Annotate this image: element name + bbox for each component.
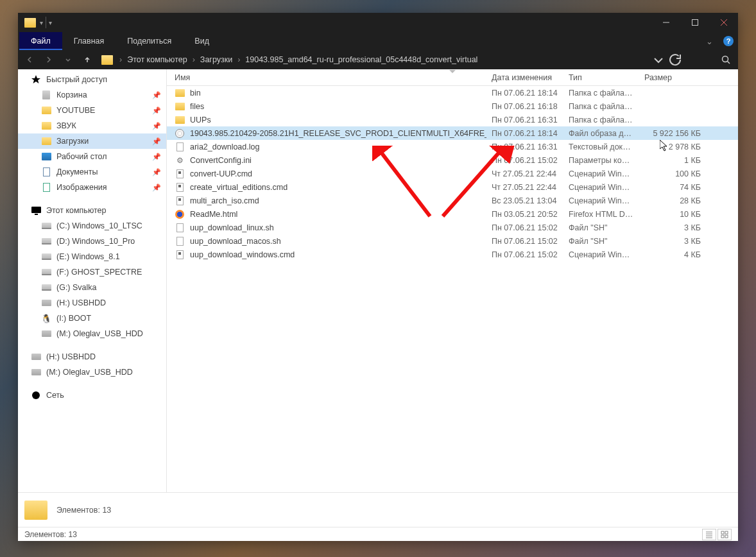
search-box[interactable] <box>684 51 735 68</box>
sidebar-item-icon: 🐧 <box>41 313 51 323</box>
file-date: Пн 07.06.21 16:18 <box>486 102 563 111</box>
minimize-button[interactable] <box>651 13 680 32</box>
help-button[interactable]: ? <box>719 32 738 50</box>
ribbon-tabs: Файл Главная Поделиться Вид ⌄ ? <box>18 32 738 50</box>
sidebar-item-label: (M:) Oleglav_USB_HDD <box>46 368 133 377</box>
sidebar-item-icon <box>31 352 41 362</box>
sidebar-item-icon <box>31 390 41 400</box>
file-row[interactable]: uup_download_linux.sh Пн 07.06.21 15:02 … <box>167 221 738 234</box>
sidebar-item[interactable]: (D:) Windows_10_Pro <box>18 234 166 249</box>
sidebar-item-icon <box>41 121 51 131</box>
nav-up-button[interactable] <box>78 51 96 68</box>
nav-recent-dropdown[interactable] <box>59 51 77 68</box>
maximize-button[interactable] <box>680 13 709 32</box>
sidebar-item[interactable]: (G:) Svalka <box>18 280 166 295</box>
sidebar-item[interactable]: (H:) USBHDD <box>18 295 166 311</box>
breadcrumb-bar[interactable]: › Этот компьютер › Загрузки › 19043.985_… <box>98 55 649 65</box>
column-header-size[interactable]: Размер <box>639 69 710 85</box>
file-row[interactable]: ⚙ConvertConfig.ini Пн 07.06.21 15:02 Пар… <box>167 153 738 167</box>
file-row[interactable]: uup_download_windows.cmd Пн 07.06.21 15:… <box>167 248 738 261</box>
sidebar-item[interactable]: (M:) Oleglav_USB_HDD <box>18 364 166 380</box>
address-bar: › Этот компьютер › Загрузки › 19043.985_… <box>18 50 738 69</box>
navigation-pane[interactable]: Быстрый доступКорзина📌YOUTUBE📌ЗВУК📌Загру… <box>18 69 167 492</box>
file-row[interactable]: multi_arch_iso.cmd Вс 23.05.21 13:04 Сце… <box>167 194 738 207</box>
status-bar: Элементов: 13 <box>18 527 738 541</box>
file-row[interactable]: uup_download_macos.sh Пн 07.06.21 15:02 … <box>167 234 738 248</box>
sidebar-item[interactable]: Рабочий стол📌 <box>18 149 166 164</box>
sidebar-item[interactable]: (H:) USBHDD <box>18 349 166 364</box>
column-header-name[interactable]: Имя <box>167 69 486 85</box>
sidebar-item[interactable]: (M:) Oleglav_USB_HDD <box>18 326 166 341</box>
sidebar-item-label: (I:) BOOT <box>56 314 91 323</box>
sidebar-item-label: YOUTUBE <box>56 106 95 115</box>
path-dropdown[interactable] <box>651 51 666 68</box>
sidebar-item[interactable]: Этот компьютер <box>18 203 166 218</box>
tab-share[interactable]: Поделиться <box>116 32 183 50</box>
sidebar-item[interactable]: 🐧(I:) BOOT <box>18 311 166 326</box>
file-date: Пн 07.06.21 15:02 <box>486 223 563 232</box>
sidebar-item-icon <box>41 182 51 193</box>
sidebar-item[interactable]: Сеть <box>18 388 166 403</box>
file-row[interactable]: create_virtual_editions.cmd Чт 27.05.21 … <box>167 180 738 194</box>
quick-access-dropdown[interactable]: ▾ <box>40 19 43 26</box>
breadcrumb-segment[interactable]: Загрузки <box>198 55 235 64</box>
file-icon <box>175 142 185 152</box>
view-details-button[interactable] <box>702 529 716 540</box>
sidebar-item[interactable]: Документы📌 <box>18 164 166 180</box>
sidebar-item[interactable]: (C:) Windows_10_LTSC <box>18 218 166 234</box>
file-row[interactable]: convert-UUP.cmd Чт 27.05.21 22:44 Сценар… <box>167 167 738 180</box>
sidebar-item-icon <box>41 136 51 146</box>
tab-home[interactable]: Главная <box>62 32 116 50</box>
folder-icon <box>101 55 113 65</box>
file-name: bin <box>190 89 201 98</box>
file-name: multi_arch_iso.cmd <box>190 196 259 205</box>
sidebar-item-label: Изображения <box>56 183 107 192</box>
refresh-button[interactable] <box>667 51 683 68</box>
sidebar-item[interactable]: Быстрый доступ <box>18 72 166 87</box>
file-row[interactable]: files Пн 07.06.21 16:18 Папка с файлами <box>167 99 738 113</box>
titlebar-menu-caret[interactable]: ▾ <box>49 19 52 26</box>
column-header-type[interactable]: Тип <box>563 69 639 85</box>
breadcrumb-segment[interactable]: 19043.985_amd64_ru-ru_professional_05c44… <box>243 55 480 64</box>
tab-view[interactable]: Вид <box>183 32 221 50</box>
file-row[interactable]: bin Пн 07.06.21 18:14 Папка с файлами <box>167 86 738 99</box>
file-icon <box>175 196 185 206</box>
file-icon <box>175 209 185 219</box>
close-button[interactable] <box>709 13 738 32</box>
file-size: 5 922 156 КБ <box>639 129 710 138</box>
file-row[interactable]: UUPs Пн 07.06.21 16:31 Папка с файлами <box>167 113 738 126</box>
file-name: convert-UUP.cmd <box>190 169 252 178</box>
file-row[interactable]: ReadMe.html Пн 03.05.21 20:52 Firefox HT… <box>167 207 738 221</box>
file-type: Firefox HTML Doc… <box>563 210 639 219</box>
svg-rect-8 <box>721 531 724 534</box>
sidebar-item-label: Быстрый доступ <box>46 75 107 84</box>
column-header-date[interactable]: Дата изменения <box>486 69 563 85</box>
sidebar-item-label: Загрузки <box>56 137 89 146</box>
sidebar-item[interactable]: YOUTUBE📌 <box>18 103 166 118</box>
breadcrumb-segment[interactable]: Этот компьютер <box>125 55 189 64</box>
file-icon <box>175 182 185 193</box>
file-rows[interactable]: bin Пн 07.06.21 18:14 Папка с файлами fi… <box>167 86 738 492</box>
tab-file[interactable]: Файл <box>19 32 62 50</box>
file-row[interactable]: 19043.985.210429-2058.21H1_RELEASE_SVC_P… <box>167 126 738 140</box>
nav-back-button[interactable] <box>21 51 39 68</box>
ribbon-expand-button[interactable]: ⌄ <box>700 32 719 50</box>
sidebar-item[interactable]: (E:) Windows_8.1 <box>18 249 166 264</box>
svg-rect-2 <box>31 207 41 213</box>
file-icon <box>175 250 185 260</box>
sidebar-item-label: (C:) Windows_10_LTSC <box>56 221 142 230</box>
view-icons-button[interactable] <box>717 529 732 540</box>
item-count-label: Элементов: 13 <box>56 506 111 515</box>
file-name: create_virtual_editions.cmd <box>190 183 288 192</box>
sidebar-item[interactable]: ЗВУК📌 <box>18 118 166 133</box>
sidebar-item[interactable]: Корзина📌 <box>18 87 166 103</box>
file-name: files <box>190 102 204 111</box>
sidebar-item[interactable]: Загрузки📌 <box>18 133 166 149</box>
file-size: 100 КБ <box>639 169 710 178</box>
file-row[interactable]: aria2_download.log Пн 07.06.21 16:31 Тек… <box>167 140 738 153</box>
sidebar-item[interactable]: Изображения📌 <box>18 180 166 195</box>
file-icon: ⚙ <box>175 155 185 166</box>
explorer-window: ▾ ▾ Файл Главная Поделиться Вид ⌄ ? <box>18 13 738 541</box>
sidebar-item-label: (D:) Windows_10_Pro <box>56 237 135 246</box>
sidebar-item[interactable]: (F:) GHOST_SPECTRE <box>18 264 166 280</box>
